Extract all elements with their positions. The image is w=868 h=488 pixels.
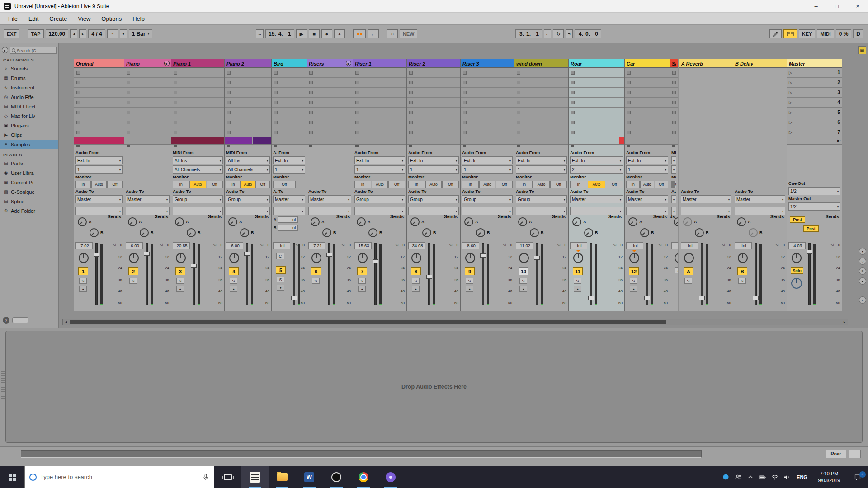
send-a-knob[interactable] (674, 217, 678, 226)
clip-slot[interactable] (225, 117, 271, 127)
scene-launch-icon[interactable]: ▷ (789, 80, 792, 85)
send-b-knob[interactable] (584, 228, 593, 237)
clip-slot[interactable] (733, 127, 787, 137)
pan-knob[interactable] (229, 253, 239, 263)
send-b-knob[interactable] (422, 228, 431, 237)
pan-knob[interactable] (629, 253, 639, 263)
clip-row[interactable] (733, 137, 787, 145)
audio-to-select[interactable]: Master▾ (308, 195, 351, 203)
stop-button[interactable] (627, 145, 630, 147)
clip-slot[interactable] (124, 108, 171, 117)
device-drop-area[interactable]: Drop Audio Effects Here (5, 331, 863, 443)
key-map-button[interactable]: KEY (799, 29, 816, 38)
clip-slot[interactable] (307, 127, 353, 137)
view-toggle-icon-3[interactable]: ● (859, 277, 866, 285)
stop-button[interactable] (672, 145, 675, 147)
sidebar-item-splice[interactable]: ▤Splice (0, 197, 58, 206)
clip-slot[interactable] (272, 117, 307, 127)
input-channel-select[interactable]: 1▾ (626, 165, 668, 174)
input-select[interactable]: Ext. In▾ (75, 156, 123, 164)
arm-button[interactable]: ● (466, 286, 473, 292)
clip-slot[interactable] (225, 127, 271, 137)
fader-handle[interactable] (480, 253, 486, 258)
clip-slot[interactable] (679, 108, 733, 117)
notification-center-button[interactable]: 4 (847, 474, 868, 481)
fader-handle[interactable] (699, 296, 705, 300)
volume-fader[interactable] (94, 242, 100, 311)
track-activator[interactable]: 1 (78, 267, 88, 275)
clip-row[interactable] (74, 137, 124, 145)
output-select[interactable]: Master▾ (671, 195, 676, 203)
post-button-b[interactable]: Post (803, 225, 819, 232)
track-header-b-delay[interactable]: B Delay (733, 59, 787, 68)
track-activator[interactable]: 3 (175, 267, 185, 275)
master-solo-button[interactable]: Solo (791, 267, 803, 274)
pan-knob[interactable] (573, 253, 583, 263)
scene-slot[interactable]: ▷7 (787, 127, 842, 137)
input-select[interactable]: All Ins▾ (671, 156, 676, 164)
solo-button[interactable]: S (176, 278, 184, 284)
arm-button[interactable]: ● (519, 286, 527, 292)
send-b-knob[interactable] (322, 228, 331, 237)
clip-slot[interactable] (461, 88, 514, 98)
clip-slot[interactable] (733, 78, 787, 88)
monitor-auto-button[interactable]: Auto (479, 181, 496, 188)
monitor-in-button[interactable]: In (626, 181, 640, 188)
stop-button[interactable] (517, 145, 520, 147)
nudge-up-button[interactable]: ▸ (79, 29, 86, 38)
clip-slot[interactable] (74, 108, 124, 117)
monitor-off-button[interactable]: Off (675, 181, 676, 188)
draw-mode-button[interactable] (769, 29, 782, 38)
clip-slot[interactable] (272, 68, 307, 78)
track-header-car[interactable]: Car (625, 59, 670, 68)
output-select[interactable]: Group▾ (408, 195, 459, 203)
clip-slot[interactable] (569, 117, 624, 127)
clip-slot[interactable] (407, 127, 460, 137)
ext-sync-button[interactable]: EXT (4, 29, 19, 38)
detail-view-handle[interactable] (1, 371, 5, 399)
volume-fader[interactable] (644, 242, 651, 311)
sidebar-item-instrument[interactable]: ∿Instrument (0, 83, 58, 92)
taskbar-app-media[interactable] (323, 466, 350, 488)
clip-slot[interactable] (272, 108, 307, 117)
input-channel-select[interactable]: All Channels▾ (671, 165, 676, 174)
clip-slot[interactable] (353, 88, 406, 98)
clip-slot[interactable] (670, 108, 678, 117)
sidebar-item-current-pr[interactable]: ▦Current Pr (0, 178, 58, 187)
track-activator[interactable]: 4 (229, 267, 239, 275)
output-select[interactable]: Group▾ (354, 195, 405, 203)
monitor-auto-button[interactable]: Auto (241, 181, 255, 188)
monitor-off-button[interactable]: Off (388, 181, 405, 188)
pan-knob[interactable] (411, 253, 421, 263)
pan-knob[interactable] (792, 253, 802, 263)
input-channel-select[interactable]: All Channels▾ (173, 165, 223, 174)
track-header-risers[interactable]: Risers▶ (307, 59, 353, 68)
clip-slot[interactable] (225, 78, 271, 88)
record-button[interactable]: ● (321, 29, 332, 38)
track-header-piano-2[interactable]: Piano 2 (225, 59, 271, 68)
volume-fader[interactable] (244, 242, 250, 311)
arm-button[interactable]: ● (574, 286, 581, 292)
pan-knob[interactable] (311, 253, 321, 263)
solo-button[interactable]: S (630, 278, 637, 284)
close-icon[interactable]: × (859, 296, 866, 304)
clip-slot[interactable] (625, 127, 670, 137)
track-activator[interactable]: 9 (465, 267, 475, 275)
master-out-select[interactable]: 1/2▾ (788, 202, 840, 211)
stop-button[interactable] (571, 145, 574, 147)
send-a-knob[interactable] (128, 217, 137, 226)
clip-slot[interactable] (569, 68, 624, 78)
clip-row[interactable] (569, 137, 624, 145)
menu-help[interactable]: Help (127, 13, 150, 24)
clip-slot[interactable] (171, 108, 224, 117)
solo-button[interactable]: S (684, 278, 692, 284)
scene-launch-icon[interactable]: ▷ (789, 100, 792, 105)
track-activator[interactable]: 6 (311, 267, 321, 275)
monitor-off-button[interactable]: Off (107, 181, 123, 188)
solo-button[interactable]: S (738, 278, 746, 284)
volume-fader[interactable] (373, 242, 379, 311)
sidebar-item-samples[interactable]: ≡Samples (0, 140, 58, 149)
fader-handle[interactable] (191, 264, 197, 268)
input-channel-select[interactable]: All Channels▾ (226, 165, 270, 174)
send-a-knob[interactable] (357, 217, 366, 226)
